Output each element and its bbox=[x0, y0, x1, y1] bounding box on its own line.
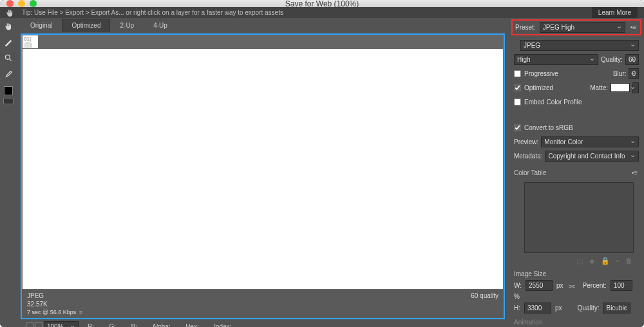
hand-tool-icon[interactable] bbox=[2, 21, 15, 33]
format-readout: JPEG bbox=[27, 292, 498, 299]
convert-srgb-label: Convert to sRGB bbox=[524, 124, 573, 131]
animation-label: Animation bbox=[514, 319, 639, 326]
zoom-tool-icon[interactable] bbox=[2, 51, 15, 64]
link-wh-icon[interactable]: ⫘ bbox=[567, 281, 576, 290]
resample-label: Quality: bbox=[578, 304, 600, 312]
info-bar: 100% R: -- G: -- B: -- Alpha: -- Hex: --… bbox=[21, 319, 505, 327]
slice-tool-icon[interactable] bbox=[2, 36, 15, 49]
main-area: Original Optimized 2-Up 4-Up 01|⬜| JPEG … bbox=[17, 18, 509, 327]
tab-4up[interactable]: 4-Up bbox=[144, 19, 177, 32]
height-input[interactable] bbox=[524, 303, 551, 313]
embed-profile-label: Embed Color Profile bbox=[524, 98, 582, 106]
px-label-2: px bbox=[555, 304, 562, 312]
hand-icon bbox=[5, 9, 14, 18]
titlebar: Save for Web (100%) bbox=[0, 0, 644, 7]
g-readout: G: -- bbox=[109, 323, 122, 328]
tip-text: Tip: Use File > Export > Export As... or… bbox=[22, 9, 283, 16]
ct-new-icon[interactable]: ▫ bbox=[616, 257, 619, 265]
embed-profile-checkbox[interactable] bbox=[514, 98, 521, 106]
settings-panel: Preset: JPEG High •≡ JPEG High Quality: … bbox=[509, 18, 644, 327]
metadata-select[interactable]: Copyright and Contact Info bbox=[545, 151, 639, 162]
matte-swatch[interactable] bbox=[611, 83, 630, 92]
width-label: W: bbox=[514, 282, 522, 289]
preview-readout: JPEG 32.57K 7 sec @ 56.6 Kbps ≡ 60 quali… bbox=[22, 290, 504, 318]
resample-select[interactable]: Bicubic bbox=[603, 303, 630, 313]
image-preview bbox=[23, 49, 503, 289]
size-readout: 32.57K bbox=[27, 301, 498, 308]
percent-label: Percent: bbox=[583, 282, 607, 289]
color-table bbox=[524, 182, 634, 253]
metadata-label: Metadata: bbox=[514, 153, 542, 160]
width-input[interactable] bbox=[526, 280, 553, 291]
ct-web-snap-icon[interactable]: ◈ bbox=[589, 257, 594, 265]
grid-plus-icon[interactable] bbox=[35, 322, 43, 327]
preset-label: Preset: bbox=[515, 24, 536, 31]
time-readout: 7 sec @ 56.6 Kbps bbox=[27, 309, 76, 315]
progressive-label: Progressive bbox=[524, 70, 558, 77]
percent-input[interactable] bbox=[611, 280, 632, 291]
window-title: Save for Web (100%) bbox=[0, 0, 644, 8]
matte-label: Matte: bbox=[590, 84, 608, 91]
eyedropper-color-swatch[interactable] bbox=[4, 86, 13, 95]
progressive-checkbox[interactable] bbox=[514, 70, 521, 77]
index-readout: Index: -- bbox=[214, 323, 238, 328]
slice-visibility-icon[interactable] bbox=[3, 98, 14, 104]
preset-menu-icon[interactable]: •≡ bbox=[629, 24, 638, 31]
optimized-label: Optimized bbox=[524, 84, 553, 91]
tab-original[interactable]: Original bbox=[21, 19, 62, 32]
alpha-readout: Alpha: -- bbox=[152, 323, 176, 328]
tab-optimized[interactable]: Optimized bbox=[62, 19, 110, 32]
hex-readout: Hex: -- bbox=[185, 323, 205, 328]
ct-trash-icon[interactable]: 🗑 bbox=[625, 257, 632, 265]
pct-symbol: % bbox=[514, 293, 520, 300]
preview-select[interactable]: Monitor Color bbox=[541, 136, 639, 147]
quality-preset-select[interactable]: High bbox=[514, 54, 598, 65]
tip-bar: Tip: Use File > Export > Export As... or… bbox=[0, 7, 644, 18]
preview-label: Preview: bbox=[514, 138, 538, 145]
quality-readout: 60 quality bbox=[471, 292, 498, 299]
bandwidth-menu-icon[interactable]: ≡ bbox=[78, 309, 84, 315]
svg-point-0 bbox=[5, 55, 10, 59]
quality-value[interactable]: 60 bbox=[625, 54, 639, 65]
blur-label: Blur: bbox=[613, 70, 627, 77]
zoom-select[interactable]: 100% bbox=[44, 321, 79, 328]
height-label: H: bbox=[514, 304, 520, 312]
b-readout: B: -- bbox=[131, 323, 143, 328]
format-select[interactable]: JPEG bbox=[520, 40, 639, 51]
slice-tag: 01|⬜| bbox=[23, 35, 38, 48]
tool-column bbox=[0, 18, 17, 327]
color-table-label: Color Table bbox=[514, 169, 546, 176]
image-size-label: Image Size bbox=[514, 270, 639, 277]
r-readout: R: -- bbox=[88, 323, 100, 328]
optimized-checkbox[interactable] bbox=[514, 84, 521, 91]
view-tabs: Original Optimized 2-Up 4-Up bbox=[17, 18, 509, 32]
grid-icon[interactable] bbox=[26, 322, 33, 327]
ct-lock-icon[interactable]: 🔒 bbox=[601, 257, 610, 265]
px-label-1: px bbox=[556, 282, 564, 289]
ct-eyedropper-icon[interactable]: ⬚ bbox=[576, 257, 583, 265]
preview-canvas[interactable]: 01|⬜| JPEG 32.57K 7 sec @ 56.6 Kbps ≡ 60… bbox=[21, 33, 505, 319]
preset-row: Preset: JPEG High •≡ bbox=[511, 19, 641, 35]
save-for-web-dialog: Save for Web (100%) Tip: Use File > Expo… bbox=[0, 0, 644, 327]
learn-more-button[interactable]: Learn More bbox=[592, 7, 638, 18]
eyedropper-tool-icon[interactable] bbox=[2, 67, 15, 80]
preset-select[interactable]: JPEG High bbox=[540, 22, 625, 33]
tab-2up[interactable]: 2-Up bbox=[110, 19, 144, 32]
convert-srgb-checkbox[interactable] bbox=[514, 124, 521, 131]
quality-label: Quality: bbox=[601, 56, 623, 63]
blur-value[interactable]: 0 bbox=[629, 68, 639, 79]
color-table-menu-icon[interactable]: •≡ bbox=[630, 169, 639, 176]
matte-menu-icon[interactable] bbox=[632, 82, 639, 93]
